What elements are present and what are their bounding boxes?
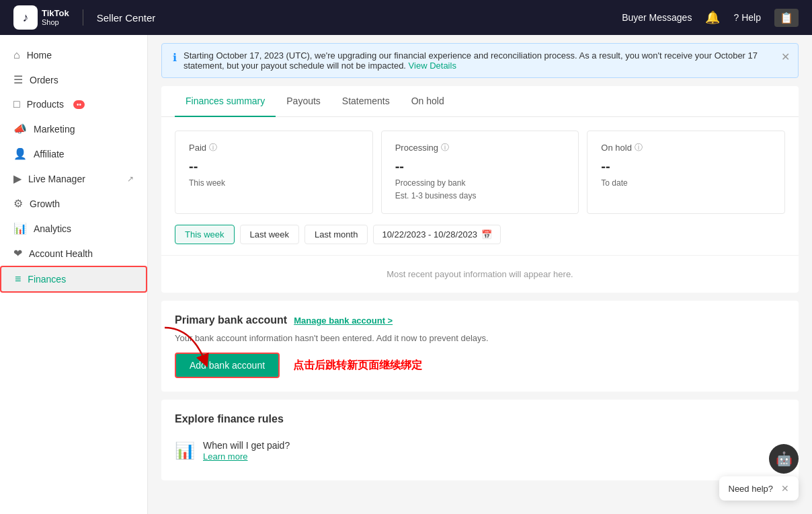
chinese-annotation: 点击后跳转新页面继续绑定 — [293, 359, 422, 373]
on-hold-subtitle: To date — [601, 177, 771, 190]
need-help-label: Need help? — [729, 484, 774, 494]
sidebar-item-live-manager[interactable]: ▶ Live Manager ↗ — [0, 166, 147, 191]
sidebar-item-account-health[interactable]: ❤ Account Health — [0, 241, 147, 266]
faq-item-0: 📊 When will I get paid? Learn more — [175, 435, 785, 467]
on-hold-label: On hold — [601, 143, 632, 153]
logo-line2: Shop — [42, 18, 69, 27]
sidebar-item-label: Live Manager — [28, 174, 85, 184]
calendar-top-button[interactable]: 📋 — [774, 9, 799, 27]
analytics-icon: 📊 — [13, 222, 27, 235]
sidebar-item-label: Marketing — [34, 124, 75, 135]
finances-tabs-section: Finances summary Payouts Statements On h… — [161, 86, 799, 293]
explore-finance-section: Explore finance rules 📊 When will I get … — [161, 400, 799, 480]
sidebar-item-label: Home — [27, 50, 52, 61]
tab-payouts[interactable]: Payouts — [276, 86, 331, 117]
seller-center-label: Seller Center — [97, 12, 156, 24]
banner-close-button[interactable]: ✕ — [781, 50, 790, 63]
sidebar-item-label: Finances — [28, 274, 66, 285]
account-health-icon: ❤ — [13, 247, 22, 260]
on-hold-sub-line1: To date — [601, 177, 771, 190]
last-week-button[interactable]: Last week — [240, 225, 300, 244]
bank-section-title: Primary bank account Manage bank account… — [175, 314, 785, 326]
date-range-picker[interactable]: 10/22/2023 - 10/28/2023 📅 — [373, 225, 501, 244]
help-robot-icon: 🤖 — [776, 451, 793, 467]
paid-sub-line1: This week — [189, 177, 359, 190]
this-week-button[interactable]: This week — [175, 225, 235, 244]
faq-chart-icon: 📊 — [175, 441, 195, 460]
on-hold-info-icon: ⓘ — [635, 142, 643, 153]
help-label: Help — [741, 12, 761, 23]
topnav-left: ♪ TikTok Shop Seller Center — [13, 5, 155, 30]
affiliate-icon: 👤 — [13, 147, 27, 160]
tab-statements[interactable]: Statements — [331, 86, 401, 117]
last-month-label: Last month — [315, 229, 358, 240]
processing-subtitle: Processing by bank Est. 1-3 business day… — [395, 177, 565, 203]
tiktok-logo: ♪ TikTok Shop — [13, 5, 69, 30]
info-icon: ℹ — [173, 51, 177, 64]
on-hold-card-title: On hold ⓘ — [601, 142, 771, 153]
bell-icon: 🔔 — [705, 10, 720, 25]
sidebar-item-label: Products — [27, 99, 64, 110]
need-help-widget[interactable]: Need help? ✕ — [719, 476, 799, 501]
tab-finances-summary[interactable]: Finances summary — [175, 86, 276, 117]
processing-card: Processing ⓘ -- Processing by bank Est. … — [381, 131, 579, 214]
sidebar-item-orders[interactable]: ☰ Orders — [0, 67, 147, 92]
processing-info-icon: ⓘ — [441, 142, 449, 153]
explore-title: Explore finance rules — [175, 413, 785, 425]
red-arrow-annotation — [158, 321, 218, 375]
help-button[interactable]: ? Help — [733, 12, 761, 23]
faq-content: When will I get paid? Learn more — [203, 440, 290, 462]
banner-view-details-link[interactable]: View Details — [409, 61, 456, 71]
sidebar-item-label: Account Health — [29, 248, 93, 259]
tab-on-hold[interactable]: On hold — [401, 86, 455, 117]
products-icon: □ — [13, 98, 20, 110]
sidebar-item-marketing[interactable]: 📣 Marketing — [0, 116, 147, 141]
tab-statements-label: Statements — [342, 96, 390, 106]
sidebar-item-label: Analytics — [34, 223, 71, 234]
external-link-icon: ↗ — [127, 174, 134, 184]
processing-value: -- — [395, 159, 565, 174]
sidebar-item-finances[interactable]: ≡ Finances — [0, 266, 147, 293]
banner-text: Starting October 17, 2023 (UTC), we're u… — [184, 50, 787, 71]
orders-icon: ☰ — [13, 73, 23, 86]
logo-icon: ♪ — [13, 5, 38, 30]
help-widget-close-icon[interactable]: ✕ — [781, 483, 789, 494]
growth-icon: ⚙ — [13, 197, 23, 210]
processing-sub-line1: Processing by bank — [395, 177, 565, 190]
sidebar-item-home[interactable]: ⌂ Home — [0, 43, 147, 67]
sidebar-item-affiliate[interactable]: 👤 Affiliate — [0, 141, 147, 166]
main-layout: ⌂ Home ☰ Orders □ Products •• 📣 Marketin… — [0, 35, 812, 514]
buyer-messages-button[interactable]: Buyer Messages — [622, 12, 692, 23]
banner-text-content: Starting October 17, 2023 (UTC), we're u… — [184, 50, 758, 71]
bank-account-section: Primary bank account Manage bank account… — [161, 301, 799, 392]
paid-info-icon: ⓘ — [209, 142, 217, 153]
faq-learn-more-link[interactable]: Learn more — [203, 451, 247, 462]
top-navigation: ♪ TikTok Shop Seller Center Buyer Messag… — [0, 0, 812, 35]
processing-sub-line2: Est. 1-3 business days — [395, 190, 565, 203]
faq-title: When will I get paid? — [203, 440, 290, 451]
sidebar-item-label: Affiliate — [34, 149, 65, 159]
marketing-icon: 📣 — [13, 122, 27, 135]
date-calendar-icon: 📅 — [481, 229, 492, 240]
bank-action-row: Add bank account 点击后跳转新页面继续绑定 — [175, 353, 785, 378]
help-widget-container: Need help? ✕ 🤖 — [769, 444, 799, 474]
date-filter: This week Last week Last month 10/22/202… — [161, 214, 799, 255]
live-manager-icon: ▶ — [13, 172, 22, 185]
last-week-label: Last week — [250, 229, 290, 240]
manage-bank-link[interactable]: Manage bank account > — [294, 316, 393, 326]
last-month-button[interactable]: Last month — [304, 225, 368, 244]
tabs-header: Finances summary Payouts Statements On h… — [161, 86, 799, 117]
sidebar-item-growth[interactable]: ⚙ Growth — [0, 191, 147, 216]
no-data-message: Most recent payout information will appe… — [161, 255, 799, 293]
sidebar-item-analytics[interactable]: 📊 Analytics — [0, 216, 147, 241]
sidebar-item-products[interactable]: □ Products •• — [0, 92, 147, 116]
sidebar: ⌂ Home ☰ Orders □ Products •• 📣 Marketin… — [0, 35, 148, 514]
main-content: ℹ Starting October 17, 2023 (UTC), we're… — [148, 35, 812, 514]
nav-divider — [83, 9, 83, 26]
notifications-button[interactable]: 🔔 — [705, 10, 720, 25]
logo-line1: TikTok — [42, 8, 69, 19]
logo-symbol: ♪ — [23, 11, 29, 25]
processing-label: Processing — [395, 143, 438, 153]
help-widget-button[interactable]: 🤖 — [769, 444, 799, 474]
paid-value: -- — [189, 159, 359, 174]
